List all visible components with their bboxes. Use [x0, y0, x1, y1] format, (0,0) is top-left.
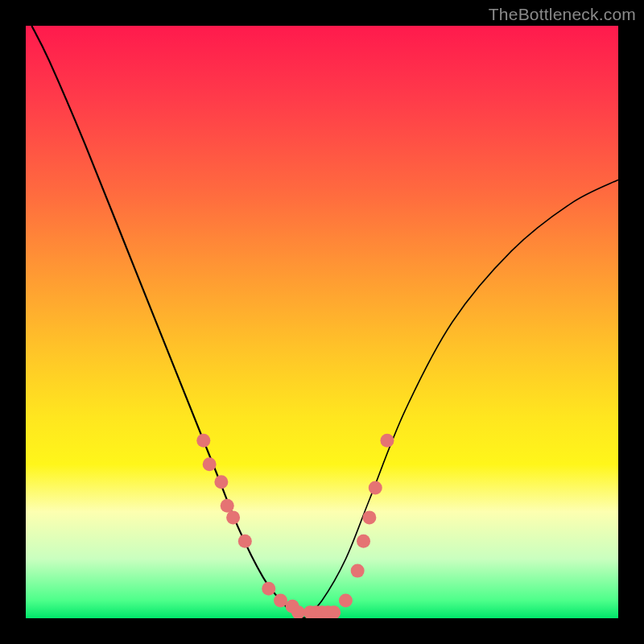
curve-left-branch — [31, 26, 304, 618]
data-point — [339, 593, 353, 607]
curve-right-branch — [304, 180, 618, 618]
data-point — [274, 593, 287, 607]
data-point — [221, 499, 234, 513]
chart-svg — [26, 26, 618, 618]
data-point — [369, 481, 382, 495]
data-point — [214, 475, 228, 489]
dots-group — [196, 434, 394, 618]
chart-frame: TheBottleneck.com — [0, 0, 644, 644]
data-point — [362, 510, 376, 524]
watermark-text: TheBottleneck.com — [489, 5, 636, 24]
data-point — [203, 457, 217, 471]
plot-area — [26, 26, 618, 618]
data-point — [262, 582, 275, 596]
data-point — [351, 564, 365, 578]
data-point — [357, 535, 370, 548]
data-point — [238, 535, 252, 548]
data-point — [226, 510, 240, 524]
data-point — [196, 434, 210, 448]
data-point — [380, 434, 394, 448]
